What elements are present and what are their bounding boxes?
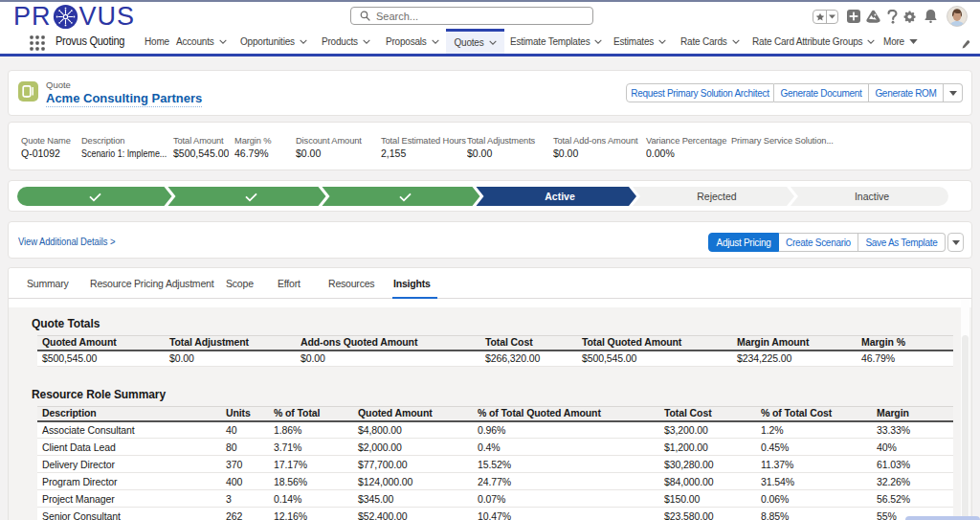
svg-text:Active: Active [545,191,575,202]
svg-text:Rejected: Rejected [697,191,737,202]
svg-text:Inactive: Inactive [855,191,889,202]
